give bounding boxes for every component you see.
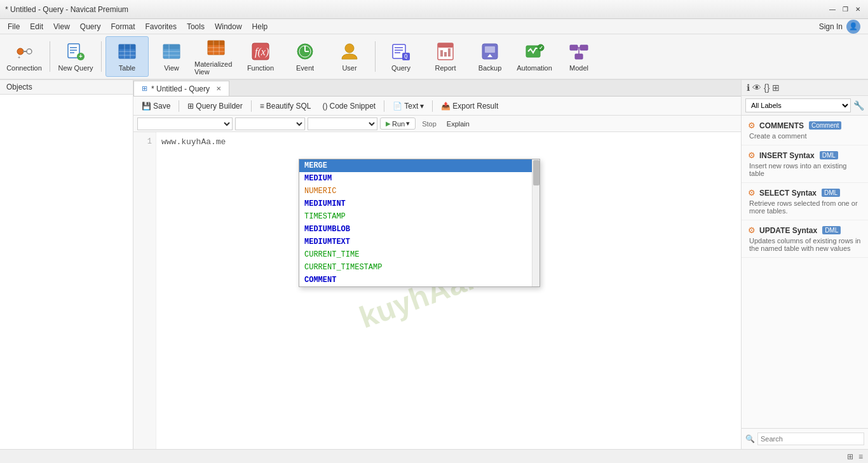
save-button[interactable]: 💾 Save: [137, 100, 175, 112]
autocomplete-item-2[interactable]: NUMERIC: [299, 185, 532, 198]
code-snippet-button[interactable]: () Code Snippet: [318, 100, 380, 112]
automation-label: Automation: [517, 64, 552, 72]
close-button[interactable]: ✕: [853, 4, 863, 15]
connection-button[interactable]: + Connection: [3, 36, 46, 77]
export-result-button[interactable]: 📤 Export Result: [437, 100, 503, 112]
backup-button[interactable]: Backup: [468, 36, 512, 77]
snippet-update[interactable]: ⚙ UPDATE Syntax DML Updates columns of e…: [742, 220, 868, 258]
layout-icon-1[interactable]: ⊞: [847, 452, 853, 461]
query-icon: Q: [391, 41, 411, 62]
brackets-icon[interactable]: {}: [764, 83, 770, 93]
menu-help[interactable]: Help: [247, 21, 273, 32]
label-filter-row: All Labels 🔧: [742, 96, 868, 116]
automation-button[interactable]: ✓ Automation: [513, 36, 556, 77]
svg-rect-41: [438, 43, 453, 48]
avatar[interactable]: 👤: [846, 20, 860, 34]
snippet-icon-1: ⚙: [748, 151, 756, 160]
grid-icon[interactable]: ⊞: [772, 83, 780, 93]
new-query-button[interactable]: + New Query: [54, 36, 97, 77]
menu-view[interactable]: View: [48, 21, 75, 32]
left-sidebar: Objects: [0, 80, 133, 449]
query-button[interactable]: Q Query: [379, 36, 423, 77]
menu-tools[interactable]: Tools: [182, 21, 210, 32]
menu-edit[interactable]: Edit: [25, 21, 48, 32]
signin-button[interactable]: Sign In: [819, 22, 843, 31]
text-button[interactable]: 📄 Text ▾: [388, 100, 428, 112]
report-button[interactable]: Report: [424, 36, 467, 77]
svg-point-33: [345, 44, 354, 53]
query-tab-0[interactable]: ⊞ * Untitled - Query ✕: [133, 81, 229, 96]
query-toolbar: 💾 Save ⊞ Query Builder ≡ Beautify SQL ()…: [133, 97, 741, 116]
autocomplete-item-8[interactable]: CURRENT_TIMESTAMP: [299, 261, 532, 274]
eye-icon[interactable]: 👁: [752, 83, 761, 93]
objects-tab[interactable]: Objects: [0, 80, 133, 95]
search-input[interactable]: [757, 433, 864, 445]
autocomplete-scrollbar[interactable]: [532, 159, 539, 286]
schema-select[interactable]: [235, 117, 305, 130]
view-button[interactable]: View: [150, 36, 193, 77]
scroll-thumb[interactable]: [533, 160, 539, 185]
minimize-button[interactable]: —: [827, 4, 837, 15]
info-icon[interactable]: ℹ: [747, 83, 750, 93]
materialized-view-button[interactable]: Materialized View: [194, 36, 238, 77]
right-panel-header: ℹ 👁 {} ⊞: [742, 80, 868, 96]
autocomplete-item-3[interactable]: MEDIUMINT: [299, 198, 532, 210]
user-button[interactable]: User: [328, 36, 371, 77]
maximize-button[interactable]: ❐: [840, 4, 850, 15]
qtool-separator-1: [179, 100, 179, 112]
automation-icon: ✓: [524, 41, 545, 62]
query-builder-button[interactable]: ⊞ Query Builder: [183, 100, 247, 112]
autocomplete-item-1[interactable]: MEDIUM: [299, 172, 532, 185]
snippet-select[interactable]: ⚙ SELECT Syntax DML Retrieve rows select…: [742, 183, 868, 220]
function-button[interactable]: f(x) Function: [239, 36, 282, 77]
query-builder-icon: ⊞: [187, 102, 194, 111]
editor-area: kuyhAa.me 1 www.kuyhAa.me MERGE MEDIUM N…: [133, 132, 741, 449]
view-icon: [161, 41, 182, 62]
autocomplete-dropdown[interactable]: MERGE MEDIUM NUMERIC MEDIUMINT TIMESTAMP: [299, 159, 540, 287]
svg-rect-22: [208, 41, 224, 45]
model-button[interactable]: Model: [557, 36, 600, 77]
connection-select[interactable]: [137, 117, 233, 130]
stop-button[interactable]: Stop: [418, 119, 440, 129]
label-select[interactable]: All Labels: [745, 98, 851, 112]
snippet-comments[interactable]: ⚙ COMMENTS Comment Create a comment: [742, 116, 868, 145]
connection-label: Connection: [6, 64, 42, 72]
event-button[interactable]: Event: [283, 36, 327, 77]
tab-close-button[interactable]: ✕: [216, 85, 221, 92]
beautify-sql-button[interactable]: ≡ Beautify SQL: [255, 100, 316, 112]
query-filter-bar: ▶ Run ▾ Stop Explain: [133, 116, 741, 132]
menu-format[interactable]: Format: [106, 21, 140, 32]
autocomplete-item-4[interactable]: TIMESTAMP: [299, 210, 532, 223]
svg-rect-51: [580, 45, 588, 50]
table-select[interactable]: [308, 117, 377, 130]
svg-rect-42: [440, 50, 443, 57]
model-icon: [569, 41, 589, 62]
svg-point-0: [17, 48, 24, 55]
svg-rect-17: [163, 44, 180, 49]
run-button[interactable]: ▶ Run ▾: [380, 117, 416, 130]
save-icon: 💾: [142, 102, 151, 111]
filter-icon[interactable]: 🔧: [853, 100, 864, 111]
menu-file[interactable]: File: [3, 21, 25, 32]
signin-area: Sign In 👤: [819, 20, 865, 34]
event-icon: [295, 41, 315, 62]
autocomplete-item-9[interactable]: COMMENT: [299, 274, 532, 286]
autocomplete-item-6[interactable]: MEDIUMTEXT: [299, 236, 532, 248]
menu-query[interactable]: Query: [75, 21, 106, 32]
layout-icon-2[interactable]: ≡: [858, 452, 863, 461]
code-snippet-icon: (): [322, 102, 327, 111]
snippet-insert[interactable]: ⚙ INSERT Syntax DML Insert new rows into…: [742, 145, 868, 183]
beautify-icon: ≡: [260, 102, 264, 111]
explain-button[interactable]: Explain: [443, 119, 473, 129]
menu-window[interactable]: Window: [210, 21, 247, 32]
toolbar-separator-2: [101, 41, 102, 72]
menu-favorites[interactable]: Favorites: [140, 21, 182, 32]
connection-icon: +: [14, 41, 34, 62]
user-icon: [339, 41, 360, 62]
editor-text: www.kuyhAa.me: [161, 137, 226, 147]
autocomplete-item-7[interactable]: CURRENT_TIME: [299, 248, 532, 261]
svg-rect-11: [119, 44, 135, 49]
table-button[interactable]: Table: [105, 36, 149, 77]
autocomplete-item-0[interactable]: MERGE: [299, 159, 532, 172]
autocomplete-item-5[interactable]: MEDIUMBLOB: [299, 223, 532, 236]
